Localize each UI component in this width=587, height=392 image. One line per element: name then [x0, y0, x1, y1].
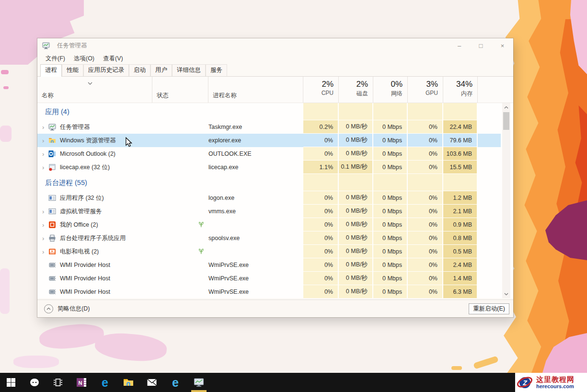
- leaf-icon: [198, 248, 205, 256]
- row-filler: [478, 218, 501, 231]
- process-row[interactable]: ›我的 Office (2)0%0 MB/秒0 Mbps0%0.9 MB: [37, 218, 501, 231]
- column-header-disk[interactable]: 2% 磁盘: [339, 77, 373, 103]
- desktop-pink-mark: [0, 268, 10, 314]
- value-cell: [408, 174, 443, 191]
- row-filler: [478, 161, 501, 174]
- expander-icon[interactable]: ›: [42, 124, 48, 131]
- fewer-details-toggle[interactable]: 简略信息(D): [44, 304, 90, 313]
- value-cell: [303, 103, 339, 120]
- process-row[interactable]: WMI Provider HostWmiPrvSE.exe0%0 MB/秒0 M…: [37, 272, 501, 285]
- cortana-icon[interactable]: [28, 376, 41, 389]
- expander-icon[interactable]: ›: [42, 221, 48, 229]
- tab-bar: 进程 性能 应用历史记录 启动 用户 详细信息 服务: [37, 64, 513, 77]
- status-cell: [152, 134, 208, 147]
- process-row[interactable]: ›licecap.exe (32 位)licecap.exe1.1%0.1 MB…: [37, 161, 501, 174]
- explorer-folder-icon: [48, 137, 57, 145]
- process-row[interactable]: ›Microsoft Outlook (2)OUTLOOK.EXE0%0 MB/…: [37, 147, 501, 161]
- expander-icon[interactable]: ›: [42, 164, 48, 171]
- row-filler: [478, 191, 501, 205]
- fewer-details-label: 简略信息(D): [58, 305, 90, 313]
- mail-icon[interactable]: [146, 376, 158, 389]
- value-cell: 0 MB/秒: [339, 218, 373, 231]
- vertical-scrollbar[interactable]: [502, 103, 510, 298]
- edge-icon[interactable]: e: [99, 376, 111, 389]
- value-cell: 0 MB/秒: [339, 191, 373, 205]
- column-headers: 名称 状态 进程名称 2% CPU 2% 磁盘 0% 网络 3% GPU 34%…: [37, 77, 513, 103]
- column-header-status[interactable]: 状态: [152, 77, 208, 103]
- value-cell: 0 MB/秒: [339, 147, 373, 161]
- task-manager-window: 任务管理器 – □ × 文件(F) 选项(O) 查看(V) 进程 性能 应用历史…: [37, 38, 513, 317]
- row-filler: [478, 147, 501, 161]
- value-cell: 0%: [408, 258, 443, 272]
- value-cell: 0%: [303, 285, 339, 298]
- internet-explorer-icon[interactable]: e: [169, 376, 182, 389]
- process-row[interactable]: 应用程序 (32 位)logon.exe0%0 MB/秒0 Mbps0%1.2 …: [37, 191, 501, 205]
- task-manager-taskbar-icon[interactable]: [193, 376, 205, 389]
- tab-performance[interactable]: 性能: [62, 64, 83, 76]
- expander-icon[interactable]: ›: [42, 235, 48, 242]
- expander-icon[interactable]: ›: [42, 248, 48, 255]
- restart-button[interactable]: 重新启动(E): [469, 303, 509, 314]
- menu-file[interactable]: 文件(F): [41, 55, 69, 63]
- tab-services[interactable]: 服务: [206, 64, 227, 76]
- menubar: 文件(F) 选项(O) 查看(V): [37, 53, 513, 64]
- process-row[interactable]: WMI Provider HostWmiPrvSE.exe0%0 MB/秒0 M…: [37, 258, 501, 272]
- column-header-cpu[interactable]: 2% CPU: [303, 77, 339, 103]
- menu-options[interactable]: 选项(O): [69, 55, 99, 63]
- value-cell: 0.9 MB: [443, 218, 478, 231]
- close-button[interactable]: ×: [492, 38, 513, 53]
- tab-processes[interactable]: 进程: [40, 64, 62, 77]
- process-name: 虚拟机管理服务: [60, 208, 102, 216]
- column-header-name[interactable]: 名称: [37, 77, 152, 103]
- status-cell: [152, 191, 208, 205]
- column-header-process[interactable]: 进程名称: [208, 77, 303, 103]
- process-name: 我的 Office (2): [60, 221, 98, 229]
- maximize-button[interactable]: □: [470, 38, 492, 53]
- start-button[interactable]: [5, 376, 17, 389]
- value-cell: 0 Mbps: [373, 285, 408, 298]
- status-cell: [152, 147, 208, 161]
- desktop-pink-blob: [13, 356, 59, 368]
- process-exe: OUTLOOK.EXE: [208, 147, 303, 161]
- minimize-button[interactable]: –: [449, 38, 470, 53]
- value-cell: 0 MB/秒: [339, 245, 373, 258]
- process-row[interactable]: WMI Provider HostWmiPrvSE.exe0%0 MB/秒0 M…: [37, 285, 501, 298]
- licecap-icon: [48, 163, 57, 172]
- value-cell: 0 Mbps: [373, 134, 408, 147]
- process-row[interactable]: ›虚拟机管理服务vmms.exe0%0 MB/秒0 Mbps0%2.1 MB: [37, 205, 501, 218]
- section-header-row[interactable]: 后台进程 (55): [37, 174, 501, 191]
- column-header-memory[interactable]: 34% 内存: [443, 77, 478, 103]
- file-explorer-icon[interactable]: [122, 376, 135, 389]
- column-header-network[interactable]: 0% 网络: [373, 77, 408, 103]
- tab-users[interactable]: 用户: [150, 64, 172, 76]
- section-header-row[interactable]: 应用 (4): [37, 103, 501, 120]
- tab-app-history[interactable]: 应用历史记录: [83, 64, 129, 76]
- name-cell: WMI Provider Host: [37, 285, 152, 298]
- process-exe: explorer.exe: [208, 134, 303, 147]
- value-cell: 0%: [303, 147, 339, 161]
- scroll-down-icon[interactable]: [502, 290, 510, 298]
- process-row[interactable]: ›任务管理器Taskmgr.exe0.2%0 MB/秒0 Mbps0%22.4 …: [37, 120, 501, 134]
- process-name: 后台处理程序子系统应用: [60, 234, 126, 242]
- scroll-up-icon[interactable]: [502, 104, 510, 111]
- tab-details[interactable]: 详细信息: [172, 64, 206, 76]
- onenote-icon[interactable]: N: [75, 376, 88, 389]
- menu-view[interactable]: 查看(V): [99, 55, 127, 63]
- value-cell: 2.1 MB: [443, 205, 478, 218]
- column-header-gpu[interactable]: 3% GPU: [408, 77, 443, 103]
- expander-icon[interactable]: ›: [42, 137, 48, 144]
- process-row[interactable]: ›Windows 资源管理器explorer.exe0%0 MB/秒0 Mbps…: [37, 134, 501, 147]
- name-cell: ›Windows 资源管理器: [37, 134, 152, 147]
- scrollbar-thumb[interactable]: [503, 112, 509, 130]
- name-cell: ›Microsoft Outlook (2): [37, 147, 152, 161]
- task-view-icon[interactable]: [52, 376, 64, 389]
- expander-icon[interactable]: ›: [42, 150, 48, 158]
- process-row[interactable]: ›后台处理程序子系统应用spoolsv.exe0%0 MB/秒0 Mbps0%0…: [37, 231, 501, 245]
- process-row[interactable]: ›电影和电视 (2)0%0 MB/秒0 Mbps0%0.5 MB: [37, 245, 501, 258]
- tab-startup[interactable]: 启动: [129, 64, 150, 76]
- value-cell: 0 MB/秒: [339, 285, 373, 298]
- expander-icon[interactable]: ›: [42, 208, 48, 215]
- status-cell: [152, 218, 208, 231]
- titlebar[interactable]: 任务管理器 – □ ×: [37, 38, 513, 53]
- status-cell: [152, 285, 208, 298]
